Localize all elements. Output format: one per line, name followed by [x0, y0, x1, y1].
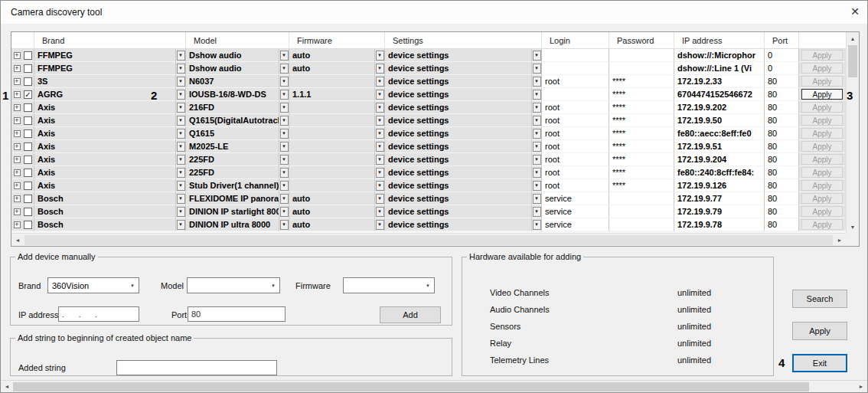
- port-field[interactable]: 80: [765, 179, 799, 192]
- vertical-scroll-thumb[interactable]: [848, 45, 857, 77]
- manual-firmware-combo[interactable]: ▼: [343, 277, 435, 293]
- table-horizontal-scrollbar[interactable]: ◄ ►: [11, 233, 846, 246]
- ip-address-field[interactable]: dshow://:Microphor: [674, 49, 765, 62]
- chevron-down-icon[interactable]: ▼: [533, 103, 541, 113]
- header-password[interactable]: Password: [609, 32, 674, 48]
- model-dropdown[interactable]: ▼: [279, 75, 289, 88]
- login-field[interactable]: root: [542, 114, 609, 127]
- chevron-down-icon[interactable]: ▼: [376, 207, 384, 217]
- login-field[interactable]: root: [542, 153, 609, 166]
- password-field[interactable]: ****: [609, 101, 674, 114]
- brand-dropdown[interactable]: ▼: [176, 140, 186, 153]
- login-field[interactable]: root: [542, 75, 609, 88]
- expand-icon[interactable]: +: [14, 78, 21, 85]
- model-dropdown[interactable]: ▼: [279, 153, 289, 166]
- firmware-dropdown[interactable]: ▼: [375, 127, 385, 140]
- apply-button[interactable]: Apply: [792, 322, 847, 340]
- apply-row-button[interactable]: Apply: [801, 76, 843, 87]
- device-checkbox[interactable]: [24, 156, 32, 164]
- chevron-down-icon[interactable]: ▼: [280, 220, 289, 230]
- ip-address-field[interactable]: 172.19.9.79: [674, 205, 765, 218]
- brand-dropdown[interactable]: ▼: [176, 75, 186, 88]
- chevron-down-icon[interactable]: ▼: [533, 181, 541, 191]
- chevron-down-icon[interactable]: ▼: [280, 155, 289, 165]
- chevron-down-icon[interactable]: ▼: [280, 103, 289, 113]
- chevron-down-icon[interactable]: ▼: [126, 283, 139, 288]
- port-field[interactable]: 80: [765, 153, 799, 166]
- settings-dropdown[interactable]: ▼: [532, 49, 542, 62]
- login-field[interactable]: root: [542, 179, 609, 192]
- scroll-left-icon[interactable]: ◄: [1, 381, 13, 392]
- brand-dropdown[interactable]: ▼: [176, 49, 186, 62]
- port-field[interactable]: 0: [765, 62, 799, 75]
- firmware-dropdown[interactable]: ▼: [375, 205, 385, 218]
- chevron-down-icon[interactable]: ▼: [177, 142, 185, 152]
- device-checkbox[interactable]: [24, 116, 32, 125]
- window-horizontal-scrollbar[interactable]: ◄ ►: [1, 380, 867, 392]
- chevron-down-icon[interactable]: ▼: [280, 129, 289, 139]
- model-dropdown[interactable]: ▼: [279, 114, 289, 127]
- password-field[interactable]: ****: [609, 153, 674, 166]
- password-field[interactable]: [609, 62, 674, 75]
- device-checkbox[interactable]: [24, 103, 32, 112]
- horizontal-scroll-thumb[interactable]: [24, 235, 833, 245]
- settings-dropdown[interactable]: ▼: [532, 205, 542, 218]
- chevron-down-icon[interactable]: ▼: [376, 116, 384, 126]
- apply-row-button[interactable]: Apply: [801, 206, 843, 217]
- password-field[interactable]: ****: [609, 114, 674, 127]
- model-dropdown[interactable]: ▼: [279, 192, 289, 205]
- scroll-right-icon[interactable]: ►: [834, 234, 846, 246]
- ip-address-field[interactable]: 172.19.2.33: [674, 75, 765, 88]
- ip-address-field[interactable]: fe80::240:8cff:fe84:: [674, 166, 765, 179]
- device-checkbox[interactable]: [24, 169, 32, 177]
- ip-address-field[interactable]: 172.19.9.126: [674, 179, 765, 192]
- apply-row-button[interactable]: Apply: [801, 193, 843, 204]
- chevron-down-icon[interactable]: ▼: [177, 220, 185, 230]
- header-login[interactable]: Login: [542, 32, 609, 48]
- settings-dropdown[interactable]: ▼: [532, 218, 542, 231]
- chevron-down-icon[interactable]: ▼: [177, 103, 185, 113]
- port-field[interactable]: 80: [765, 205, 799, 218]
- chevron-down-icon[interactable]: ▼: [177, 181, 185, 191]
- chevron-down-icon[interactable]: ▼: [280, 64, 289, 74]
- chevron-down-icon[interactable]: ▼: [533, 155, 541, 165]
- exit-button[interactable]: Exit: [792, 354, 847, 372]
- settings-dropdown[interactable]: ▼: [532, 140, 542, 153]
- chevron-down-icon[interactable]: ▼: [280, 142, 289, 152]
- login-field[interactable]: root: [542, 101, 609, 114]
- chevron-down-icon[interactable]: ▼: [177, 116, 185, 126]
- chevron-down-icon[interactable]: ▼: [376, 168, 384, 178]
- settings-dropdown[interactable]: ▼: [532, 88, 542, 101]
- chevron-down-icon[interactable]: ▼: [280, 116, 289, 126]
- chevron-down-icon[interactable]: ▼: [533, 142, 541, 152]
- expand-icon[interactable]: +: [14, 169, 21, 176]
- expand-icon[interactable]: +: [14, 117, 21, 124]
- port-field[interactable]: 80: [765, 140, 799, 153]
- brand-dropdown[interactable]: ▼: [176, 218, 186, 231]
- apply-row-button[interactable]: Apply: [801, 141, 843, 152]
- manual-model-combo[interactable]: ▼: [187, 277, 280, 293]
- close-icon[interactable]: ✕: [850, 5, 860, 18]
- login-field[interactable]: [542, 88, 609, 101]
- port-field[interactable]: 80: [765, 101, 799, 114]
- chevron-down-icon[interactable]: ▼: [422, 283, 434, 288]
- port-field[interactable]: 80: [765, 192, 799, 205]
- window-scroll-thumb[interactable]: [13, 382, 809, 391]
- port-field[interactable]: 80: [765, 166, 799, 179]
- ip-address-field[interactable]: 172.19.9.204: [674, 153, 765, 166]
- device-checkbox[interactable]: [24, 129, 32, 138]
- scroll-down-icon[interactable]: ▼: [847, 221, 859, 233]
- password-field[interactable]: [609, 205, 674, 218]
- model-dropdown[interactable]: ▼: [279, 205, 289, 218]
- brand-dropdown[interactable]: ▼: [176, 153, 186, 166]
- device-checkbox[interactable]: [24, 77, 32, 86]
- settings-dropdown[interactable]: ▼: [532, 114, 542, 127]
- firmware-dropdown[interactable]: ▼: [375, 153, 385, 166]
- chevron-down-icon[interactable]: ▼: [533, 51, 541, 61]
- expand-icon[interactable]: +: [14, 156, 21, 163]
- settings-dropdown[interactable]: ▼: [532, 101, 542, 114]
- password-field[interactable]: ****: [609, 166, 674, 179]
- expand-icon[interactable]: +: [14, 195, 21, 202]
- settings-dropdown[interactable]: ▼: [532, 192, 542, 205]
- settings-dropdown[interactable]: ▼: [532, 166, 542, 179]
